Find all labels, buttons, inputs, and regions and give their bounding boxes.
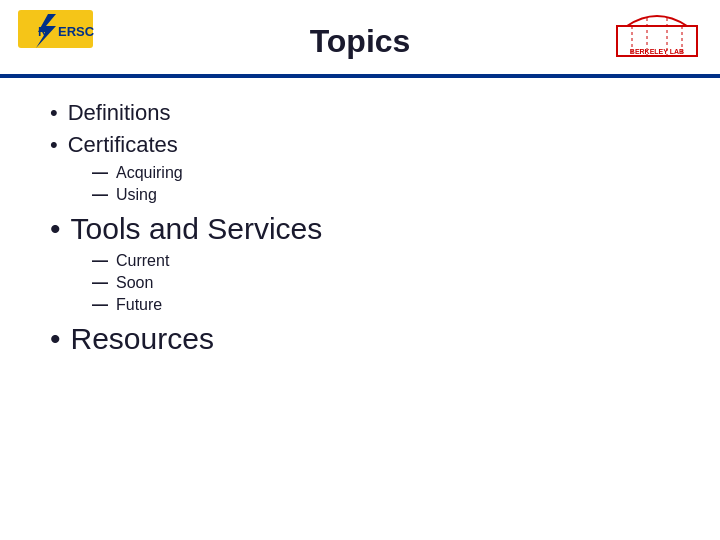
sub-items-certificates: — Acquiring — Using: [92, 164, 680, 204]
bullet-icon: •: [50, 324, 61, 354]
sub-item-label: Soon: [116, 274, 153, 292]
sub-item-label: Acquiring: [116, 164, 183, 182]
content-area: • Definitions • Certificates — Acquiring…: [0, 78, 720, 382]
list-item: • Resources: [50, 322, 680, 356]
dash-icon: —: [92, 252, 108, 270]
berkeley-lab-logo: BERKELEY LAB: [612, 6, 702, 58]
sub-item-label: Future: [116, 296, 162, 314]
list-item: • Definitions: [50, 100, 680, 126]
svg-text:ERSC: ERSC: [58, 24, 95, 39]
svg-text:BERKELEY LAB: BERKELEY LAB: [630, 48, 684, 55]
list-item: • Certificates: [50, 132, 680, 158]
dash-icon: —: [92, 164, 108, 182]
sub-item-label: Current: [116, 252, 169, 270]
list-item: — Acquiring: [92, 164, 680, 182]
dash-icon: —: [92, 274, 108, 292]
header: ERSC N Topics BERKELEY LAB: [0, 0, 720, 70]
dash-icon: —: [92, 186, 108, 204]
bullet-icon: •: [50, 214, 61, 244]
slide: ERSC N Topics BERKELEY LAB: [0, 0, 720, 540]
list-item: — Current: [92, 252, 680, 270]
sub-item-label: Using: [116, 186, 157, 204]
bullet-icon: •: [50, 134, 58, 156]
item-label: Resources: [71, 322, 214, 356]
item-label: Certificates: [68, 132, 178, 158]
page-title: Topics: [310, 23, 411, 60]
item-label: Tools and Services: [71, 212, 323, 246]
dash-icon: —: [92, 296, 108, 314]
sub-items-tools: — Current — Soon — Future: [92, 252, 680, 314]
list-item: — Future: [92, 296, 680, 314]
bullet-icon: •: [50, 102, 58, 124]
item-label: Definitions: [68, 100, 171, 126]
list-item: — Using: [92, 186, 680, 204]
svg-text:N: N: [38, 24, 47, 39]
list-item: • Tools and Services: [50, 212, 680, 246]
list-item: — Soon: [92, 274, 680, 292]
nersc-logo: ERSC N: [18, 10, 108, 55]
